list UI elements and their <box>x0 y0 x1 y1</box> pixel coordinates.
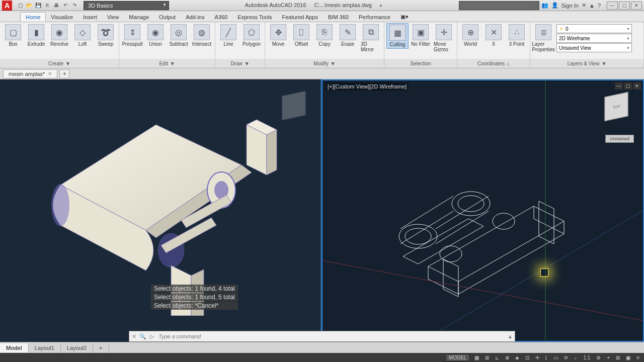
tab-home[interactable]: Home <box>20 12 46 22</box>
qat-redo-icon[interactable]: ↷ <box>70 2 78 10</box>
workspace-dropdown[interactable]: 3D Basics <box>84 1 169 10</box>
layout-add[interactable]: + <box>93 343 109 352</box>
close-icon[interactable]: ✕ <box>48 71 52 76</box>
layer-dropdown[interactable]: ☀0 <box>556 24 632 33</box>
subtract-button[interactable]: ◎Subtract <box>168 23 190 48</box>
nofilter-button[interactable]: ▣No Filter <box>410 23 432 48</box>
cmdline-recent-icon[interactable]: 🔍 <box>138 333 147 340</box>
status-iso-icon[interactable]: ◈ <box>514 355 521 360</box>
tab-visualize[interactable]: Visualize <box>46 13 78 22</box>
world-button[interactable]: ⊕World <box>459 23 481 48</box>
command-input[interactable] <box>156 333 506 339</box>
status-ortho-icon[interactable]: ⊾ <box>494 355 501 360</box>
help-icon[interactable]: ? <box>598 3 601 9</box>
layout-model[interactable]: Model <box>0 343 29 352</box>
layout-2[interactable]: Layout2 <box>61 343 93 352</box>
status-scale[interactable]: 1:1 <box>582 355 592 360</box>
visualstyle-dropdown[interactable]: 2D Wireframe <box>556 34 632 43</box>
viewcube-right[interactable]: TOP <box>599 90 634 126</box>
extrude-button[interactable]: ▮Extrude <box>25 23 47 48</box>
status-max-icon[interactable]: ▣ <box>624 355 632 360</box>
signin-icon[interactable]: 👤 <box>551 2 558 9</box>
view-dropdown[interactable]: Unsaved View <box>556 43 632 52</box>
qat-save-icon[interactable]: 💾 <box>34 2 42 10</box>
tab-output[interactable]: Output <box>154 13 181 22</box>
status-anno-icon[interactable]: ⬨ <box>573 355 579 360</box>
status-plus-icon[interactable]: + <box>605 355 611 360</box>
vp-close-icon[interactable]: ✕ <box>633 82 641 89</box>
tab-performance[interactable]: Performance <box>354 13 395 22</box>
viewport-label[interactable]: [+][Custom View][2D Wireframe] <box>326 82 409 90</box>
cmdline-close-icon[interactable]: ✕ <box>129 333 138 340</box>
movegizmo-button[interactable]: ✛Move Gizmo <box>433 23 455 53</box>
search-input[interactable] <box>459 1 539 10</box>
viewport-left[interactable]: Select objects: 1 found, 4 total Select … <box>0 79 321 342</box>
close-button[interactable]: ✕ <box>631 2 642 10</box>
tab-collapse-icon[interactable]: ▣▾ <box>395 12 414 22</box>
vp-min-icon[interactable]: — <box>615 82 623 89</box>
tab-featured[interactable]: Featured Apps <box>277 13 323 22</box>
move-button[interactable]: ✥Move <box>267 23 289 48</box>
status-polar-icon[interactable]: ⊕ <box>504 355 511 360</box>
status-custom-icon[interactable]: ≡ <box>635 355 641 360</box>
status-grid-icon[interactable]: ▦ <box>473 355 480 360</box>
maximize-button[interactable]: ▢ <box>619 2 630 10</box>
3point-button[interactable]: ∴3 Point <box>506 23 528 48</box>
command-line[interactable]: ✕ 🔍 ▷ ▲ <box>129 331 515 342</box>
status-monitor-icon[interactable]: ⊞ <box>614 355 621 360</box>
svg-point-7 <box>458 196 484 212</box>
viewport-right[interactable]: [+][Custom View][2D Wireframe] — ▢ ✕ TOP… <box>321 79 644 342</box>
presspull-button[interactable]: ⇕Presspull <box>121 23 143 48</box>
minimize-button[interactable]: — <box>607 2 618 10</box>
svg-point-5 <box>405 228 431 244</box>
erase-button[interactable]: ✎Erase <box>337 23 359 48</box>
tab-a360[interactable]: A360 <box>209 13 232 22</box>
infocenter-icon[interactable]: 👥 <box>541 2 548 9</box>
tab-bim360[interactable]: BIM 360 <box>323 13 354 22</box>
status-dynamic-icon[interactable]: ▭ <box>552 355 559 360</box>
vp-max-icon[interactable]: ▢ <box>624 82 632 89</box>
box-button[interactable]: ▢Box <box>2 23 24 48</box>
status-cycling-icon[interactable]: ⟳ <box>562 355 570 360</box>
union-button[interactable]: ◉Union <box>144 23 167 48</box>
file-tab-active[interactable]: mesin amplas*✕ <box>3 69 57 78</box>
sweep-button[interactable]: ➰Sweep <box>95 23 117 48</box>
qat-open-icon[interactable]: 📂 <box>25 2 33 10</box>
status-dynucs-icon[interactable]: ⌊ <box>544 355 549 360</box>
qat-new-icon[interactable]: ▢ <box>16 2 24 10</box>
culling-button[interactable]: ▦Culling <box>386 23 409 49</box>
layerprops-button[interactable]: ≣Layer Properties <box>532 23 554 53</box>
status-3dosnap-icon[interactable]: ✛ <box>534 355 541 360</box>
new-tab-button[interactable]: + <box>59 69 69 78</box>
layout-1[interactable]: Layout1 <box>29 343 61 352</box>
cmdline-expand-icon[interactable]: ▲ <box>506 333 515 339</box>
mirror3d-button[interactable]: ⧉3D Mirror <box>360 23 382 53</box>
status-osnap-icon[interactable]: ⊡ <box>524 355 531 360</box>
revolve-button[interactable]: ◉Revolve <box>48 23 70 48</box>
offset-icon: ⌷ <box>293 24 309 40</box>
tab-insert[interactable]: Insert <box>78 13 102 22</box>
tab-addins[interactable]: Add-ins <box>181 13 209 22</box>
status-snap-icon[interactable]: ⊞ <box>484 355 491 360</box>
signin-label[interactable]: Sign In <box>561 3 579 9</box>
viewcube-unnamed[interactable]: Unnamed <box>605 135 634 143</box>
copy-button[interactable]: ⎘Copy <box>313 23 336 48</box>
x-button[interactable]: ✕X <box>482 23 505 48</box>
tab-manage[interactable]: Manage <box>124 13 154 22</box>
exchange-icon[interactable]: ✕ <box>582 2 586 9</box>
polygon-button[interactable]: ⬠Polygon <box>240 23 263 48</box>
tab-view[interactable]: View <box>102 13 124 22</box>
status-model[interactable]: MODEL <box>445 354 470 361</box>
tab-express[interactable]: Express Tools <box>232 13 277 22</box>
line-icon: ╱ <box>220 24 236 40</box>
qat-saveas-icon[interactable]: ⎘ <box>43 2 51 10</box>
qat-undo-icon[interactable]: ↶ <box>61 2 69 10</box>
status-gear-icon[interactable]: ⚙ <box>595 355 602 360</box>
copy-icon: ⎘ <box>316 24 333 40</box>
offset-button[interactable]: ⌷Offset <box>290 23 312 48</box>
loft-button[interactable]: ◇Loft <box>71 23 94 48</box>
line-button[interactable]: ╱Line <box>217 23 239 48</box>
intersect-button[interactable]: ◍Intersect <box>191 23 213 48</box>
a360-icon[interactable]: ▲ <box>589 3 595 9</box>
qat-print-icon[interactable]: 🖶 <box>52 2 60 10</box>
